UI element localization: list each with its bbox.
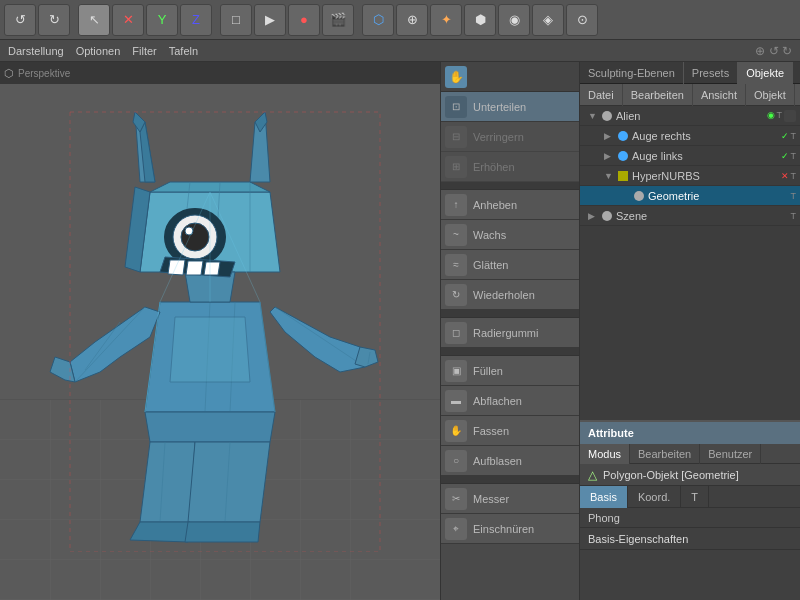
basis-eigenschaften-label: Basis-Eigenschaften bbox=[588, 533, 688, 545]
attr-tab-benutzer[interactable]: Benutzer bbox=[700, 444, 761, 464]
attr-object-label: △ Polygon-Objekt [Geometrie] bbox=[580, 464, 800, 486]
obj-label-hypernurbs: HyperNURBS bbox=[632, 170, 777, 182]
svg-marker-24 bbox=[204, 262, 220, 275]
obj-label-geometrie: Geometrie bbox=[648, 190, 787, 202]
svg-marker-33 bbox=[145, 412, 275, 442]
expand-hypernurbs[interactable]: ▼ bbox=[604, 171, 614, 181]
tool-glatten[interactable]: ≈ Glätten bbox=[441, 250, 579, 280]
expand-alien[interactable]: ▼ bbox=[588, 111, 598, 121]
svg-marker-22 bbox=[168, 260, 185, 275]
attr-tab-modus[interactable]: Modus bbox=[580, 444, 630, 464]
select-tool-button[interactable]: ↖ bbox=[78, 4, 110, 36]
viewport[interactable]: ⬡ Perspektive bbox=[0, 62, 440, 600]
obj-label-auge-rechts: Auge rechts bbox=[632, 130, 777, 142]
hex-button[interactable]: ⬢ bbox=[464, 4, 496, 36]
character-model bbox=[20, 102, 400, 552]
expand-auge-links[interactable]: ▶ bbox=[604, 151, 614, 161]
obj-icons-auge-rechts: ✓ T bbox=[781, 131, 797, 141]
menu-filter[interactable]: Filter bbox=[132, 45, 156, 57]
circle-button[interactable]: ◉ bbox=[498, 4, 530, 36]
tool-verringern[interactable]: ⊟ Verringern bbox=[441, 122, 579, 152]
lock-icon-links: T bbox=[791, 151, 797, 161]
object-panel: Sculpting-Ebenen Presets Objekte Datei B… bbox=[580, 62, 800, 600]
obj-icon-check: ◉ bbox=[767, 110, 775, 122]
tool-fullen[interactable]: ▣ Füllen bbox=[441, 356, 579, 386]
tools-panel: ✋ ⊡ Unterteilen ⊟ Verringern ⊞ Erhöhen ↑… bbox=[440, 62, 580, 600]
y-axis-button[interactable]: Y bbox=[146, 4, 178, 36]
viewport-camera-icon[interactable]: ⬡ bbox=[4, 67, 14, 80]
tool-wachs[interactable]: ~ Wachs bbox=[441, 220, 579, 250]
tool-einschnuren[interactable]: ⌖ Einschnüren bbox=[441, 514, 579, 544]
attr-tabs: Modus Bearbeiten Benutzer bbox=[580, 444, 800, 464]
clapper-button[interactable]: 🎬 bbox=[322, 4, 354, 36]
x-axis-button[interactable]: ✕ bbox=[112, 4, 144, 36]
attr-header: Attribute bbox=[580, 422, 800, 444]
obj-dot-auge-rechts bbox=[618, 131, 628, 141]
tool-unterteilen[interactable]: ⊡ Unterteilen bbox=[441, 92, 579, 122]
star-button[interactable]: ✦ bbox=[430, 4, 462, 36]
undo-button[interactable]: ↺ bbox=[4, 4, 36, 36]
basis-eigenschaften-header: Basis-Eigenschaften bbox=[580, 528, 800, 550]
svg-marker-39 bbox=[185, 522, 260, 542]
svg-marker-5 bbox=[150, 182, 270, 192]
obj-menu-ansicht[interactable]: Ansicht bbox=[693, 84, 746, 106]
tool6-button[interactable]: ⊙ bbox=[566, 4, 598, 36]
obj-item-hypernurbs[interactable]: ▼ HyperNURBS ✕ T bbox=[580, 166, 800, 186]
obj-label-alien: Alien bbox=[616, 110, 763, 122]
tool-fassen[interactable]: ✋ Fassen bbox=[441, 416, 579, 446]
svg-marker-38 bbox=[130, 522, 190, 542]
obj-icons-szene: T bbox=[791, 211, 797, 221]
expand-szene[interactable]: ▶ bbox=[588, 211, 598, 221]
svg-marker-40 bbox=[170, 317, 250, 382]
tool-erhohen[interactable]: ⊞ Erhöhen bbox=[441, 152, 579, 182]
tool-aufblasen[interactable]: ○ Aufblasen bbox=[441, 446, 579, 476]
sphere-button[interactable]: ⬡ bbox=[362, 4, 394, 36]
obj-icons-geometrie: T bbox=[791, 191, 797, 201]
obj-item-auge-rechts[interactable]: ▶ Auge rechts ✓ T bbox=[580, 126, 800, 146]
obj-icons-auge-links: ✓ T bbox=[781, 151, 797, 161]
tool5-button[interactable]: ◈ bbox=[532, 4, 564, 36]
z-axis-button[interactable]: Z bbox=[180, 4, 212, 36]
play-button[interactable]: ▶ bbox=[254, 4, 286, 36]
menu-optionen[interactable]: Optionen bbox=[76, 45, 121, 57]
svg-marker-29 bbox=[270, 307, 365, 372]
attr-subtab-basis[interactable]: Basis bbox=[580, 486, 628, 508]
tool-abflachen[interactable]: ▬ Abflachen bbox=[441, 386, 579, 416]
tab-sculpting-ebenen[interactable]: Sculpting-Ebenen bbox=[580, 62, 684, 84]
obj-item-szene[interactable]: ▶ Szene T bbox=[580, 206, 800, 226]
box-tool-button[interactable]: □ bbox=[220, 4, 252, 36]
expand-auge-rechts[interactable]: ▶ bbox=[604, 131, 614, 141]
add-button[interactable]: ⊕ bbox=[396, 4, 428, 36]
attribute-panel: Attribute Modus Bearbeiten Benutzer △ Po… bbox=[580, 420, 800, 600]
redo-button[interactable]: ↻ bbox=[38, 4, 70, 36]
tool-anheben[interactable]: ↑ Anheben bbox=[441, 190, 579, 220]
obj-dot-szene bbox=[602, 211, 612, 221]
menu-tafeln[interactable]: Tafeln bbox=[169, 45, 198, 57]
x-icon-hypernurbs: ✕ bbox=[781, 171, 789, 181]
obj-menu-datei[interactable]: Datei bbox=[580, 84, 623, 106]
obj-item-alien[interactable]: ▼ Alien ◉ T bbox=[580, 106, 800, 126]
lock-icon-szene: T bbox=[791, 211, 797, 221]
attr-tab-bearbeiten[interactable]: Bearbeiten bbox=[630, 444, 700, 464]
obj-header-tabs: Datei Bearbeiten Ansicht Objekt bbox=[580, 84, 800, 106]
obj-icon-vis bbox=[784, 110, 796, 122]
tool-radiergummi[interactable]: ◻ Radiergummi bbox=[441, 318, 579, 348]
obj-icons-hypernurbs: ✕ T bbox=[781, 171, 797, 181]
obj-item-geometrie[interactable]: Geometrie T bbox=[580, 186, 800, 206]
tab-presets[interactable]: Presets bbox=[684, 62, 738, 84]
tool-wiederholen[interactable]: ↻ Wiederholen bbox=[441, 280, 579, 310]
svg-marker-34 bbox=[140, 442, 195, 522]
attr-phong-label: Phong bbox=[588, 512, 620, 524]
obj-item-auge-links[interactable]: ▶ Auge links ✓ T bbox=[580, 146, 800, 166]
attr-subtab-koord[interactable]: Koord. bbox=[628, 486, 681, 508]
record-button[interactable]: ● bbox=[288, 4, 320, 36]
tab-objekte[interactable]: Objekte bbox=[738, 62, 793, 84]
menu-darstellung[interactable]: Darstellung bbox=[8, 45, 64, 57]
attr-subtab-t[interactable]: T bbox=[681, 486, 709, 508]
top-toolbar: ↺ ↻ ↖ ✕ Y Z □ ▶ ● 🎬 ⬡ ⊕ ✦ ⬢ ◉ ◈ ⊙ bbox=[0, 0, 800, 40]
obj-menu-objekt[interactable]: Objekt bbox=[746, 84, 795, 106]
obj-menu-bearbeiten[interactable]: Bearbeiten bbox=[623, 84, 693, 106]
lock-icon-geometrie: T bbox=[791, 191, 797, 201]
obj-dot-hypernurbs bbox=[618, 171, 628, 181]
tool-messer[interactable]: ✂ Messer bbox=[441, 484, 579, 514]
